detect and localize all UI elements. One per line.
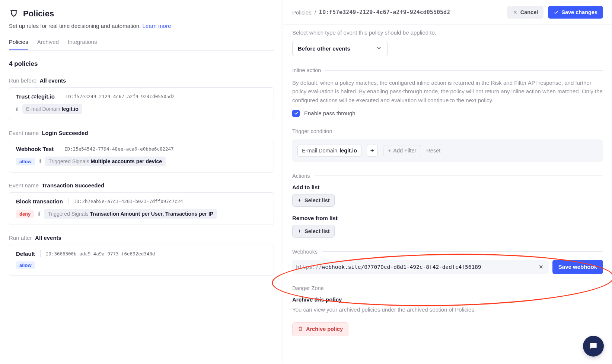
policy-name: Webhook Test [16,146,54,152]
cancel-button[interactable]: Cancel [507,6,544,19]
policies-count: 4 policies [9,60,274,68]
policy-name: Block transaction [16,198,63,204]
policy-card[interactable]: Webhook Test ID:25e54542-7794-48ee-aca0-… [9,140,274,173]
section-webhooks: Webhooks [292,249,603,255]
webhook-prefix: https:// [296,264,322,270]
add-condition-button[interactable]: + [367,145,378,157]
policy-card[interactable]: Block transaction ID:2b7eab5e-a7c1-4203-… [9,192,274,225]
title-row: Policies [9,8,274,19]
breadcrumb-root[interactable]: Policies [292,9,312,16]
inline-action-desc: By default, when a policy matches, the c… [292,78,603,104]
add-to-list-title: Add to list [292,184,603,190]
policy-drawer: Policies / ID:f57e3249-2129-4c67-a2f9-92… [283,0,612,364]
group-label: Event name Transaction Succeeded [9,182,274,189]
breadcrumb: Policies / ID:f57e3249-2129-4c67-a2f9-92… [292,9,450,16]
policy-card[interactable]: Trust @legit.io ID:f57e3249-2129-4c67-a2… [9,87,274,120]
plus-icon: + [388,148,391,154]
select-list-remove-button[interactable]: Select list [292,225,335,238]
remove-from-list-title: Remove from list [292,215,603,221]
group-label: Event name Login Succeeded [9,130,274,136]
save-changes-button[interactable]: Save changes [548,6,603,19]
policies-left-pane: Policies Set up rules for real time deci… [0,0,283,364]
add-filter-button[interactable]: + Add Filter [383,145,421,156]
pass-through-label: Enable pass through [304,110,356,116]
tab-policies[interactable]: Policies [9,39,28,50]
condition-chip: E-mail Domain legit.io [22,104,82,114]
select-list-add-button[interactable]: Select list [292,194,335,207]
archive-desc: You can view your archived policies unde… [292,306,603,313]
group-label: Run before All events [9,77,274,84]
condition-chip: Triggered Signals Multiple accounts per … [45,157,166,166]
archive-heading: Archive this policy [292,296,603,303]
learn-more-link[interactable]: Learn more [143,23,171,29]
policy-id: ID:f57e3249-2129-4c67-a2f9-924cd05505d2 [66,94,175,99]
section-inline-action: Inline action [292,67,603,73]
event-type-value: Before other events [298,45,350,52]
subtitle-text: Set up rules for real time decisioning a… [9,23,141,29]
webhook-input-wrap[interactable]: https:// ✕ [292,260,549,274]
archive-policy-button[interactable]: Archive policy [292,322,348,336]
condition-chip: Triggered Signals Transaction Amount per… [44,209,217,219]
policy-id: ID:3666300b-adc9-4a9a-9773-f6e692ed348d [46,251,155,257]
section-actions: Actions [292,173,603,179]
trigger-chip[interactable]: E-mail Domain legit.io [297,145,361,157]
tab-archived[interactable]: Archived [37,39,59,50]
clear-icon[interactable]: ✕ [537,264,545,270]
page-title: Policies [23,9,54,19]
group-name: All events [40,77,66,84]
policy-card[interactable]: Default ID:3666300b-adc9-4a9a-9773-f6e69… [9,245,274,276]
close-icon [513,10,518,15]
badge-allow: allow [16,158,35,165]
drawer-body: Select which type of event this policy s… [283,25,612,364]
policy-name: Default [16,251,35,257]
divider [60,93,60,100]
policy-id: ID:25e54542-7794-48ee-aca0-e0bbe6c82247 [64,146,174,152]
page-subtitle: Set up rules for real time decisioning a… [9,23,274,29]
policy-id: ID:2b7eab5e-a7c1-4203-b023-7dff097c7c24 [74,199,183,204]
policy-name: Trust @legit.io [16,93,55,100]
tabs: Policies Archived Integrations [9,39,274,51]
tab-integrations[interactable]: Integrations [68,39,97,50]
chat-launcher[interactable] [583,336,604,357]
event-type-select[interactable]: Before other events [292,41,388,56]
pass-through-checkbox[interactable] [292,110,300,117]
section-danger: Danger Zone [292,285,603,291]
drawer-header: Policies / ID:f57e3249-2129-4c67-a2f9-92… [283,0,612,25]
trigger-area: E-mail Domain legit.io + + Add Filter Re… [292,139,603,162]
webhook-row: https:// ✕ Save webhook [292,260,603,274]
check-icon [554,10,559,15]
reset-button[interactable]: Reset [426,148,440,154]
event-description: Select which type of event this policy s… [292,29,603,36]
policies-icon [9,8,19,19]
group-label: Run after All events [9,235,274,241]
save-webhook-button[interactable]: Save webhook [552,260,603,274]
badge-allow: allow [16,261,35,269]
breadcrumb-id: ID:f57e3249-2129-4c67-a2f9-924cd05505d2 [319,9,450,16]
trash-icon [298,326,303,332]
chevron-down-icon [376,45,382,52]
section-trigger: Trigger condition [292,128,603,134]
if-label: if [16,106,19,112]
webhook-input[interactable] [322,264,537,270]
badge-deny: deny [16,210,34,218]
group-prefix: Run before [9,77,36,84]
